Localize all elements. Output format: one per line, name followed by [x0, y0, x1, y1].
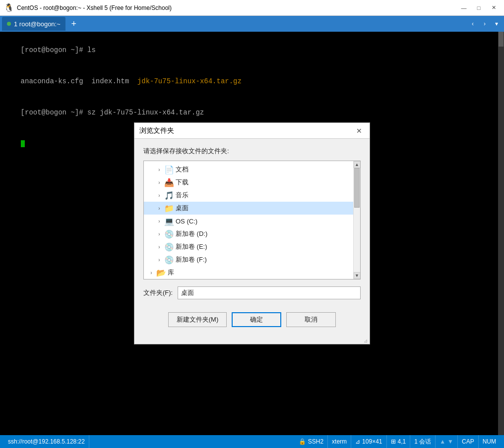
scroll-track	[354, 168, 360, 272]
tree-label: 桌面	[176, 204, 189, 213]
tab-label: 1 root@bogon:~	[14, 20, 61, 28]
dialog-instruction: 请选择保存接收文件的文件夹:	[143, 147, 361, 156]
lock-icon: 🔒	[299, 438, 306, 445]
tab-status-dot	[7, 22, 11, 26]
scroll-thumb	[354, 168, 360, 208]
resize-handle[interactable]: ⊿	[134, 338, 370, 344]
folder-tree-list: › 📄 文档 › 📥 下载 › 🎵 音乐 ›	[144, 161, 353, 279]
lock-status: 🔒 SSH2	[295, 435, 328, 448]
dialog-titlebar: 浏览文件夹 ✕	[134, 123, 370, 139]
folder-icon: 📥	[164, 178, 174, 187]
size-text: 109×41	[362, 438, 382, 445]
dialog-overlay: 浏览文件夹 ✕ 请选择保存接收文件的文件夹: › 📄 文档 › 📥	[0, 32, 504, 435]
chevron-icon: ›	[156, 219, 163, 224]
tab-prev-button[interactable]: ‹	[467, 18, 478, 29]
tree-item-drive-d[interactable]: › 💿 新加卷 (D:)	[144, 227, 353, 240]
sessions-status: 1 会话	[410, 435, 436, 448]
tree-item-drive-c[interactable]: › 💻 OS (C:)	[144, 215, 353, 227]
size-icon: ⊿	[355, 438, 360, 445]
tab-menu-button[interactable]: ▾	[491, 18, 502, 29]
tree-scrollbar[interactable]: ▲ ▼	[353, 161, 360, 279]
folder-label: 文件夹(F):	[143, 288, 173, 297]
caps-lock-status: CAP	[458, 435, 479, 448]
tree-item-library[interactable]: › 📂 库	[144, 266, 353, 279]
terminal-text: xterm	[332, 438, 347, 445]
tab-bar: 1 root@bogon:~ + ‹ › ▾	[0, 16, 504, 32]
button-row: 新建文件夹(M) 确定 取消	[143, 308, 361, 334]
browse-folder-dialog: 浏览文件夹 ✕ 请选择保存接收文件的文件夹: › 📄 文档 › 📥	[134, 122, 370, 344]
new-tab-button[interactable]: +	[67, 17, 80, 30]
chevron-icon: ›	[156, 231, 163, 237]
scroll-down-arrow[interactable]: ▼	[354, 272, 361, 279]
drive-icon: 💿	[164, 255, 174, 265]
cap-text: CAP	[462, 438, 474, 445]
num-text: NUM	[483, 438, 496, 445]
window-controls: — □ ✕	[457, 3, 500, 12]
drive-icon: 💻	[164, 217, 174, 226]
scroll-arrows: ▲ ▼	[436, 435, 458, 448]
tree-label: OS (C:)	[176, 218, 197, 225]
num-lock-status: NUM	[479, 435, 500, 448]
chevron-icon: ›	[156, 180, 163, 185]
tab-navigation: ‹ › ▾	[467, 18, 502, 29]
folder-icon: 📄	[164, 165, 174, 174]
folder-input-row: 文件夹(F):	[143, 284, 361, 303]
tree-item-downloads[interactable]: › 📥 下载	[144, 176, 353, 189]
terminal-type: xterm	[328, 435, 351, 448]
tree-item-drive-f[interactable]: › 💿 新加卷 (F:)	[144, 253, 353, 266]
new-folder-button[interactable]: 新建文件夹(M)	[168, 312, 227, 327]
chevron-icon: ›	[156, 257, 163, 263]
maximize-button[interactable]: □	[472, 3, 485, 12]
cancel-button[interactable]: 取消	[286, 312, 336, 327]
tree-label: 下载	[176, 178, 189, 187]
folder-icon: 📁	[164, 204, 174, 213]
folder-tree-container: › 📄 文档 › 📥 下载 › 🎵 音乐 ›	[143, 161, 361, 280]
sessions-text: 1 会话	[414, 438, 431, 446]
folder-icon: 🎵	[164, 191, 174, 200]
app-icon: 🐧	[4, 3, 14, 12]
size-status: ⊿ 109×41	[351, 435, 386, 448]
tree-label: 新加卷 (E:)	[176, 242, 207, 251]
chevron-icon: ›	[156, 244, 163, 250]
chevron-icon: ›	[156, 167, 163, 172]
cursor-icon: ⊞	[391, 438, 396, 445]
minimize-button[interactable]: —	[457, 3, 470, 12]
connection-text: ssh://root@192.168.5.128:22	[8, 438, 85, 445]
cursor-text: 4,1	[398, 438, 406, 445]
dialog-close-button[interactable]: ✕	[354, 125, 365, 136]
dialog-title: 浏览文件夹	[139, 126, 354, 135]
folder-input[interactable]	[178, 286, 361, 299]
chevron-icon: ›	[156, 193, 163, 198]
scroll-up-arrow[interactable]: ▲	[354, 161, 361, 168]
drive-icon: 💿	[164, 242, 174, 252]
tree-label: 新加卷 (D:)	[176, 229, 207, 238]
protocol-text: SSH2	[308, 438, 323, 445]
tree-label: 音乐	[176, 191, 189, 200]
tree-item-music[interactable]: › 🎵 音乐	[144, 189, 353, 202]
dialog-body: 请选择保存接收文件的文件夹: › 📄 文档 › 📥 下载	[134, 139, 370, 338]
ok-button[interactable]: 确定	[232, 312, 281, 327]
title-text: CentOS - root@bogon:~ - Xshell 5 (Free f…	[17, 4, 457, 11]
chevron-icon: ›	[148, 270, 155, 276]
tree-label: 库	[168, 268, 174, 277]
arrow-down-icon[interactable]: ▼	[447, 438, 453, 445]
chevron-icon: ›	[156, 206, 163, 211]
tree-item-documents[interactable]: › 📄 文档	[144, 163, 353, 176]
drive-icon: 💿	[164, 229, 174, 239]
tree-item-drive-e[interactable]: › 💿 新加卷 (E:)	[144, 240, 353, 253]
library-icon: 📂	[156, 268, 166, 278]
title-bar: 🐧 CentOS - root@bogon:~ - Xshell 5 (Free…	[0, 0, 504, 16]
arrow-up-icon[interactable]: ▲	[440, 438, 445, 445]
cursor-status: ⊞ 4,1	[387, 435, 411, 448]
connection-status: ssh://root@192.168.5.128:22	[4, 435, 89, 448]
close-button[interactable]: ✕	[487, 3, 500, 12]
tree-label: 文档	[176, 165, 189, 174]
status-bar: ssh://root@192.168.5.128:22 🔒 SSH2 xterm…	[0, 435, 504, 448]
tree-item-desktop[interactable]: › 📁 桌面	[144, 202, 353, 215]
terminal-tab[interactable]: 1 root@bogon:~	[2, 17, 65, 31]
tab-next-button[interactable]: ›	[479, 18, 490, 29]
tree-label: 新加卷 (F:)	[176, 255, 207, 264]
